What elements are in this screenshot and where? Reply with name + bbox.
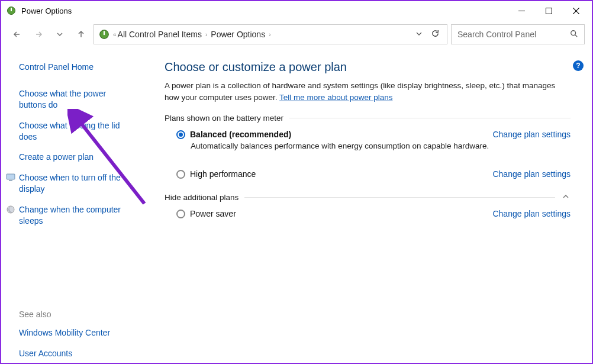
chevron-up-icon[interactable]	[561, 193, 571, 202]
recent-dropdown-button[interactable]	[51, 25, 69, 43]
page-description: A power plan is a collection of hardware…	[165, 80, 571, 103]
chevron-right-icon: ›	[204, 31, 208, 38]
help-icon[interactable]: ?	[573, 60, 584, 71]
power-options-icon	[6, 5, 17, 16]
svg-rect-11	[9, 180, 12, 181]
plan-high-performance-radio[interactable]	[176, 170, 185, 179]
plan-balanced-radio[interactable]	[176, 130, 185, 139]
sidebar-create-plan-link[interactable]: Create a power plan	[19, 152, 135, 163]
plan-balanced-name[interactable]: Balanced (recommended)	[190, 130, 291, 139]
change-plan-settings-balanced[interactable]: Change plan settings	[492, 130, 571, 139]
learn-more-link[interactable]: Tell me more about power plans	[279, 93, 392, 102]
plan-power-saver-name[interactable]: Power saver	[190, 209, 236, 218]
content-pane: Choose or customize a power plan A power…	[146, 56, 592, 363]
search-icon[interactable]	[570, 30, 578, 40]
plan-balanced-desc: Automatically balances performance with …	[176, 139, 571, 157]
section-battery-meter-plans: Plans shown on the battery meter	[165, 114, 571, 123]
svg-rect-10	[7, 174, 15, 179]
breadcrumb-parent[interactable]: All Control Panel Items	[118, 30, 202, 39]
change-plan-settings-power-saver[interactable]: Change plan settings	[492, 209, 571, 218]
back-button[interactable]	[8, 25, 26, 43]
moon-icon	[6, 205, 15, 214]
see-also-label: See also	[19, 310, 135, 319]
svg-line-9	[575, 34, 578, 37]
plan-balanced: Balanced (recommended) Change plan setti…	[165, 126, 571, 161]
see-also-user-accounts[interactable]: User Accounts	[19, 348, 135, 359]
plan-high-performance: High performance Change plan settings	[165, 166, 571, 182]
sidebar-home-link[interactable]: Control Panel Home	[19, 62, 135, 73]
address-dropdown-button[interactable]	[415, 30, 423, 39]
page-title: Choose or customize a power plan	[165, 60, 571, 74]
sidebar: Control Panel Home Choose what the power…	[1, 56, 146, 363]
forward-button[interactable]	[30, 25, 47, 43]
chevron-right-icon: ›	[268, 31, 272, 38]
search-box[interactable]	[451, 24, 585, 44]
titlebar: Power Options	[1, 1, 592, 20]
plan-power-saver-radio[interactable]	[176, 210, 185, 218]
change-plan-settings-high-perf[interactable]: Change plan settings	[492, 169, 571, 179]
chevron-left-icon[interactable]: «	[112, 31, 118, 38]
plan-power-saver: Power saver Change plan settings	[165, 205, 571, 222]
toolbar: « All Control Panel Items › Power Option…	[1, 20, 592, 49]
up-button[interactable]	[72, 25, 90, 43]
svg-rect-1	[11, 8, 12, 11]
address-bar[interactable]: « All Control Panel Items › Power Option…	[94, 24, 447, 44]
sidebar-computer-sleeps-link[interactable]: Change when the computer sleeps	[19, 204, 135, 227]
sidebar-power-buttons-link[interactable]: Choose what the power buttons do	[19, 88, 135, 111]
svg-rect-3	[546, 8, 552, 14]
refresh-button[interactable]	[431, 29, 440, 40]
sidebar-turn-off-display-link[interactable]: Choose when to turn off the display	[19, 172, 135, 195]
window-title: Power Options	[21, 7, 72, 15]
svg-rect-7	[104, 31, 105, 35]
power-options-icon	[98, 28, 111, 41]
breadcrumb-current[interactable]: Power Options	[211, 30, 265, 39]
close-button[interactable]	[562, 2, 589, 20]
plan-high-performance-name[interactable]: High performance	[190, 169, 256, 179]
svg-point-8	[571, 30, 576, 35]
section-additional-plans[interactable]: Hide additional plans	[165, 193, 571, 202]
monitor-icon	[6, 173, 15, 182]
minimize-button[interactable]	[508, 2, 535, 20]
see-also-mobility-center[interactable]: Windows Mobility Center	[19, 327, 135, 339]
maximize-button[interactable]	[535, 2, 562, 20]
sidebar-closing-lid-link[interactable]: Choose what closing the lid does	[19, 120, 135, 143]
search-input[interactable]	[457, 30, 558, 39]
